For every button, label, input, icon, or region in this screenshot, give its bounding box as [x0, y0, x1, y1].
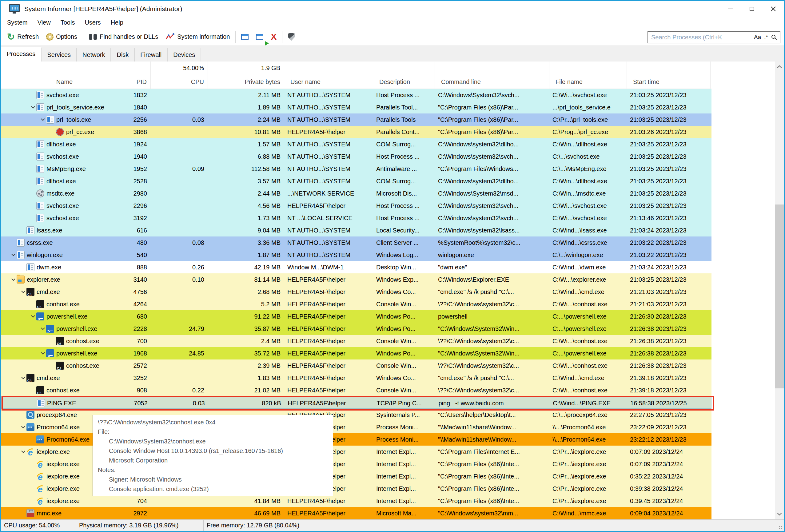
find-handles-button[interactable]: Find handles or DLLs — [85, 30, 162, 44]
column-description[interactable]: Description — [373, 61, 435, 88]
column-name[interactable]: Name — [1, 61, 125, 88]
always-on-top-button[interactable] — [237, 30, 252, 44]
expand-chevron-icon[interactable] — [40, 119, 46, 121]
column-user-name[interactable]: User name — [284, 61, 373, 88]
start-time-value: 0:07:09 2023/12/24 — [627, 446, 711, 458]
maximize-button[interactable] — [741, 1, 763, 17]
start-time-value: 21:26:38 2023/12/23 — [627, 359, 711, 372]
tab-processes[interactable]: Processes — [1, 46, 41, 61]
open-window-button[interactable] — [252, 30, 267, 44]
file-name-value: C:\Pr...\prl_tools.exe — [549, 113, 627, 126]
table-row[interactable]: prl_tools.exe22560.032.24 MBNT AUTHO...\… — [1, 113, 711, 126]
table-row[interactable]: prl_cc.exe386810.81 MBHELPER4A5F\helperP… — [1, 126, 711, 138]
process-name-cell: svchost.exe — [1, 150, 125, 163]
pid-value: 4756 — [125, 286, 151, 298]
table-row[interactable]: conhost.exe42645.2 MBHELPER4A5F\helperCo… — [1, 298, 711, 310]
scroll-down-button[interactable] — [775, 509, 784, 520]
tab-firewall[interactable]: Firewall — [134, 48, 167, 61]
terminate-button[interactable]: X — [267, 30, 280, 44]
scrollbar-thumb[interactable] — [775, 204, 784, 388]
table-row[interactable]: iexplore.exe70441.84 MBHELPER4A5F\helper… — [1, 495, 711, 507]
table-row[interactable]: conhost.exe9080.2221.02 MBHELPER4A5F\hel… — [1, 384, 711, 397]
expand-chevron-icon[interactable] — [20, 377, 26, 379]
scroll-up-button[interactable] — [775, 61, 784, 72]
resize-grip[interactable] — [779, 526, 783, 530]
table-row[interactable]: dwm.exe8880.2642.19 MBWindow M...\DWM-1D… — [1, 261, 711, 273]
table-row[interactable]: svchost.exe18322.11 MBNT AUTHO...\SYSTEM… — [1, 89, 711, 101]
regex-toggle[interactable]: .* — [764, 34, 768, 41]
column-cpu[interactable]: 54.00% CPU — [151, 61, 208, 88]
column-command-line[interactable]: Command line — [435, 61, 549, 88]
column-start-time[interactable]: Start time — [627, 61, 711, 88]
tab-disk[interactable]: Disk — [111, 48, 134, 61]
expand-chevron-icon[interactable] — [10, 254, 17, 256]
table-row[interactable]: lsass.exe6169.04 MBNT AUTHO...\SYSTEMLoc… — [1, 224, 711, 236]
table-row[interactable]: MsMpEng.exe19520.09112.58 MBNT AUTHO...\… — [1, 163, 711, 175]
match-case-toggle[interactable]: Aa — [754, 34, 761, 41]
table-row[interactable]: cmd.exe32521.83 MBHELPER4A5F\helperWindo… — [1, 372, 711, 384]
table-row[interactable]: powershell.exe222824.7935.87 MBHELPER4A5… — [1, 323, 711, 335]
refresh-button[interactable]: ↻ Refresh — [3, 30, 43, 44]
console-icon — [56, 337, 64, 345]
menu-system[interactable]: System — [2, 17, 33, 28]
msdtc-icon — [36, 189, 44, 197]
table-row[interactable]: svchost.exe19406.88 MBNT AUTHO...\SYSTEM… — [1, 150, 711, 163]
expand-chevron-icon[interactable] — [40, 328, 46, 330]
description-value: Windows Co... — [373, 372, 435, 384]
pid-value: 480 — [125, 236, 151, 249]
system-information-button[interactable]: System information — [162, 30, 233, 44]
table-row[interactable]: dllhost.exe19241.57 MBNT AUTHO...\SYSTEM… — [1, 138, 711, 150]
table-row[interactable]: prl_tools_service.exe18401.89 MBNT AUTHO… — [1, 101, 711, 113]
tree-indent — [1, 292, 20, 292]
table-row[interactable]: cmd.exe47562.68 MBHELPER4A5F\helperWindo… — [1, 286, 711, 298]
table-row[interactable]: conhost.exe7002.4 MBHELPER4A5F\helperCon… — [1, 335, 711, 347]
menu-tools[interactable]: Tools — [56, 17, 80, 28]
table-row[interactable]: svchost.exe22964.56 MBHELPER4A5F\helperH… — [1, 200, 711, 212]
table-row[interactable]: winlogon.exe5401.87 MBNT AUTHO...\SYSTEM… — [1, 249, 711, 261]
table-row[interactable]: powershell.exe68091.22 MBHELPER4A5F\help… — [1, 310, 711, 323]
tab-services[interactable]: Services — [41, 48, 77, 61]
private-bytes-value: 46.69 MB — [208, 507, 284, 520]
column-private-bytes[interactable]: 1.9 GB Private bytes — [208, 61, 284, 88]
tab-devices[interactable]: Devices — [167, 48, 201, 61]
expand-chevron-icon[interactable] — [10, 278, 17, 281]
expand-chevron-icon[interactable] — [29, 106, 36, 109]
process-name: mmc.exe — [36, 507, 61, 520]
search-input[interactable] — [651, 33, 752, 41]
expand-chevron-icon[interactable] — [20, 451, 26, 453]
user-name-value: NT AUTHO...\SYSTEM — [284, 249, 373, 261]
tab-network[interactable]: Network — [77, 48, 111, 61]
table-row[interactable]: mmc.exe297246.69 MBHELPER4A5F\helperMicr… — [1, 507, 711, 520]
app-icon — [36, 214, 44, 222]
description-value: Internet Expl... — [373, 495, 435, 507]
tree-indent — [1, 169, 29, 169]
column-file-name[interactable]: File name — [549, 61, 627, 88]
start-time-value: 21:39:18 2023/12/23 — [627, 384, 711, 397]
minimize-button[interactable] — [719, 1, 741, 17]
menu-users[interactable]: Users — [80, 17, 105, 28]
table-row[interactable]: svchost.exe31921.73 MBNT ...\LOCAL SERVI… — [1, 212, 711, 224]
tooltip-line: Console application: cmd.exe (3252) — [93, 484, 333, 494]
file-name-value: C:\...\winlogon.exe — [549, 249, 627, 261]
expand-chevron-icon[interactable] — [29, 315, 36, 318]
table-row[interactable]: dllhost.exe25283.57 MBNT AUTHO...\SYSTEM… — [1, 175, 711, 187]
table-row[interactable]: powershell.exe196824.8535.72 MBHELPER4A5… — [1, 347, 711, 359]
table-row[interactable]: explorer.exe31400.1081.14 MBHELPER4A5F\h… — [1, 273, 711, 286]
column-pid[interactable]: PID — [125, 61, 151, 88]
options-button[interactable]: Options — [43, 30, 81, 44]
table-row[interactable]: csrss.exe4800.083.36 MBNT AUTHO...\SYSTE… — [1, 236, 711, 249]
tooltip-line: C:\Windows\System32\conhost.exe — [93, 437, 333, 446]
menu-view[interactable]: View — [33, 17, 56, 28]
security-button[interactable] — [284, 30, 298, 44]
user-name-value: NT ...\LOCAL SERVICE — [284, 212, 373, 224]
expand-chevron-icon[interactable] — [20, 426, 26, 429]
table-row[interactable]: conhost.exe25722.39 MBHELPER4A5F\helperC… — [1, 359, 711, 372]
close-button[interactable] — [763, 1, 784, 17]
table-row[interactable]: msdtc.exe29802.44 MB...\NETWORK SERVICEM… — [1, 187, 711, 200]
binoculars-icon — [88, 33, 97, 40]
expand-chevron-icon[interactable] — [20, 290, 26, 294]
menu-help[interactable]: Help — [106, 17, 128, 28]
table-row[interactable]: PING.EXE70520.03820 kBHELPER4A5F\helperT… — [1, 397, 711, 409]
expand-chevron-icon[interactable] — [40, 352, 46, 355]
user-name-value: HELPER4A5F\helper — [284, 323, 373, 335]
